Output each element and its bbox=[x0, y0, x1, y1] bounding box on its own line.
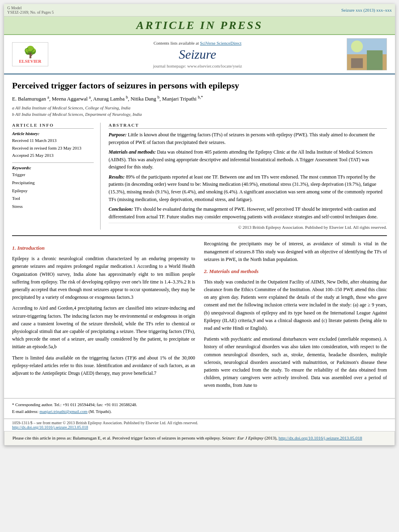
abstract-methods: Materials and methods: Data was obtained… bbox=[109, 148, 387, 171]
footer-notes: * Corresponding author. Tel.: +91 011 26… bbox=[4, 398, 395, 419]
abstract-purpose: Purpose: Little is known about the trigg… bbox=[109, 131, 387, 146]
journal-center: Contents lists available at SciVerse Sci… bbox=[52, 41, 343, 68]
article-dates: Received 11 March 2013 Received in revis… bbox=[12, 137, 94, 159]
section1-title: 1. Introduction bbox=[12, 244, 195, 253]
affiliations: a All India Institute of Medical Science… bbox=[12, 105, 387, 118]
doi-top: Seizure xxx (2013) xxx–xxx bbox=[341, 8, 392, 12]
abstract-heading: ABSTRACT bbox=[109, 123, 387, 129]
copyright-line: © 2013 British Epilepsy Association. Pub… bbox=[109, 223, 387, 230]
journal-homepage: journal homepage: www.elsevier.com/locat… bbox=[52, 64, 343, 68]
section2-title: 2. Materials and methods bbox=[204, 267, 387, 276]
abstract-results: Results: 89% of the participants reporte… bbox=[109, 173, 387, 203]
abstract-conclusion: Conclusion: TFs should be evaluated duri… bbox=[109, 205, 387, 220]
footer-bottom: 1059-1311/$ – see front matter © 2013 Br… bbox=[4, 419, 395, 431]
authors-line: E. Balamurugan a, Meena Aggarwal a, Anur… bbox=[12, 95, 387, 102]
intro-para1: Epilepsy is a chronic neurological condi… bbox=[12, 255, 195, 301]
intro-para3: There is limited data available on the t… bbox=[12, 354, 195, 378]
intro-para2: According to Aird and Gordon,4 precipita… bbox=[12, 304, 195, 351]
body-two-col: 1. Introduction Epilepsy is a chronic ne… bbox=[12, 240, 387, 392]
journal-title: Seizure bbox=[52, 47, 343, 62]
body-divider bbox=[12, 235, 387, 236]
journal-header: 🌳 ELSEVIER Contents lists available at S… bbox=[4, 35, 395, 74]
svg-rect-3 bbox=[367, 50, 383, 70]
contents-line: Contents lists available at SciVerse Sci… bbox=[52, 41, 343, 45]
svg-point-4 bbox=[351, 41, 363, 52]
article-info-heading: ARTICLE INFO bbox=[12, 123, 94, 129]
body-col-left: 1. Introduction Epilepsy is a chronic ne… bbox=[12, 240, 195, 392]
intro-para-right1: Recognizing the precipitants may be of i… bbox=[204, 240, 387, 263]
page: G Model YSEIZ-2169; No. of Pages 5 Seizu… bbox=[4, 4, 395, 446]
tree-icon: 🌳 bbox=[23, 45, 37, 59]
methods-para1: This study was conducted in the Outpatie… bbox=[204, 278, 387, 332]
abstract-col: ABSTRACT Purpose: Little is known about … bbox=[109, 123, 387, 230]
body-col-right: Recognizing the precipitants may be of i… bbox=[204, 240, 387, 392]
article-title: Perceived trigger factors of seizures in… bbox=[12, 80, 387, 92]
gmodel-text: G Model YSEIZ-2169; No. of Pages 5 bbox=[7, 6, 54, 14]
article-info-col: ARTICLE INFO Article history: Received 1… bbox=[12, 123, 101, 230]
citation-box: Please cite this article in press as: Ba… bbox=[4, 431, 395, 446]
keywords-list: Trigger Precipitating Epilepsy Tool Stre… bbox=[12, 171, 94, 211]
info-abstract-section: ARTICLE INFO Article history: Received 1… bbox=[12, 123, 387, 230]
main-content: Perceived trigger factors of seizures in… bbox=[4, 74, 395, 398]
svg-rect-2 bbox=[351, 58, 363, 68]
methods-para2: Patients with psychiatric and emotional … bbox=[204, 335, 387, 389]
article-in-press-bar: ARTICLE IN PRESS bbox=[4, 16, 395, 35]
elsevier-logo: 🌳 ELSEVIER bbox=[12, 42, 48, 66]
journal-cover-image bbox=[347, 38, 387, 70]
header-banner: G Model YSEIZ-2169; No. of Pages 5 Seizu… bbox=[4, 4, 395, 16]
